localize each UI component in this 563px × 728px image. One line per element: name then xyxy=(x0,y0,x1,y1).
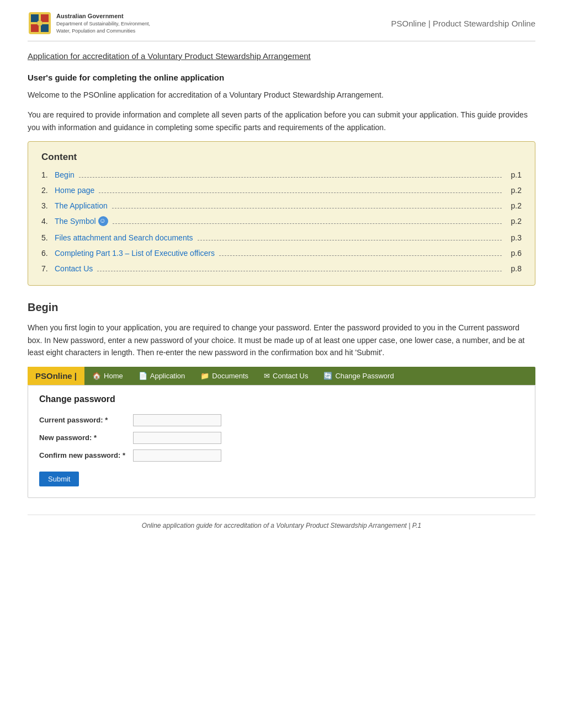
toc-page: p.2 xyxy=(506,201,522,210)
toc-link[interactable]: Begin xyxy=(55,170,75,179)
toc-item: 4.The Symbolp.2 xyxy=(41,217,522,227)
new-password-input[interactable] xyxy=(133,432,221,444)
nav-icon: 📄 xyxy=(139,372,147,380)
nav-item-label: Documents xyxy=(212,372,248,380)
submit-button[interactable]: Submit xyxy=(39,472,79,486)
toc-page: p.2 xyxy=(506,186,522,195)
toc-num: 5. xyxy=(41,233,55,242)
nav-item-documents[interactable]: 📁Documents xyxy=(193,367,256,384)
toc-page: p.1 xyxy=(506,170,522,179)
nav-item-home[interactable]: 🏠Home xyxy=(84,367,131,384)
form-row: New password: * xyxy=(39,432,524,444)
toc-num: 1. xyxy=(41,170,55,179)
toc-num: 4. xyxy=(41,217,55,226)
coat-of-arms-icon xyxy=(28,11,52,35)
nav-item-label: Application xyxy=(150,372,185,380)
toc-link[interactable]: Contact Us xyxy=(55,264,93,273)
toc-page: p.3 xyxy=(506,233,522,242)
begin-section-title: Begin xyxy=(28,301,535,314)
toc-dots xyxy=(113,223,502,224)
toc-page: p.6 xyxy=(506,249,522,258)
form-title: Change password xyxy=(39,394,524,404)
nav-item-contact-us[interactable]: ✉Contact Us xyxy=(256,367,316,384)
nav-item-change-password[interactable]: 🔄Change Password xyxy=(316,367,401,384)
form-row: Current password: * xyxy=(39,414,524,426)
toc-dots xyxy=(198,240,502,240)
header-brand: PSOnline | Product Stewardship Online xyxy=(391,19,535,28)
nav-icon: ✉ xyxy=(264,372,270,380)
intro-para-1: Welcome to the PSOnline application for … xyxy=(28,89,535,101)
nav-item-label: Home xyxy=(104,372,123,380)
content-box-title: Content xyxy=(41,152,522,163)
nav-item-label: Contact Us xyxy=(273,372,308,380)
toc-num: 7. xyxy=(41,264,55,273)
intro-para-2: You are required to provide information … xyxy=(28,109,535,133)
toc-link[interactable]: The Symbol xyxy=(55,217,108,227)
nav-icon: 🔄 xyxy=(323,372,332,380)
svg-point-5 xyxy=(37,20,43,26)
footer: Online application guide for accreditati… xyxy=(28,515,535,529)
svg-rect-3 xyxy=(31,24,39,32)
toc-dots xyxy=(99,192,502,193)
nav-icon: 📁 xyxy=(200,372,209,380)
current-password-input[interactable] xyxy=(133,414,221,426)
content-box: Content 1.Beginp.12.Home pagep.23.The Ap… xyxy=(28,141,535,286)
toc-link[interactable]: The Application xyxy=(55,201,108,210)
confirm-password-input[interactable] xyxy=(133,449,221,462)
form-fields: Current password: *New password: *Confir… xyxy=(39,414,524,462)
change-password-section: Change password Current password: *New p… xyxy=(28,385,535,498)
nav-item-application[interactable]: 📄Application xyxy=(131,367,193,384)
page-header: Australian Government Department of Sust… xyxy=(28,11,535,41)
toc-item: 3.The Applicationp.2 xyxy=(41,201,522,210)
toc-page: p.2 xyxy=(506,217,522,226)
svg-rect-1 xyxy=(31,14,39,22)
toc-item: 5.Files attachment and Search documentsp… xyxy=(41,233,522,242)
toc-link[interactable]: Completing Part 1.3 – List of Executive … xyxy=(55,249,215,258)
toc-item: 1.Beginp.1 xyxy=(41,170,522,179)
nav-icon: 🏠 xyxy=(92,372,101,380)
toc-link[interactable]: Files attachment and Search documents xyxy=(55,233,193,242)
toc-item: 7.Contact Usp.8 xyxy=(41,264,522,273)
toc-num: 2. xyxy=(41,186,55,195)
toc-page: p.8 xyxy=(506,264,522,273)
form-row: Confirm new password: * xyxy=(39,449,524,462)
toc-dots xyxy=(219,255,502,256)
nav-bar: PSOnline | 🏠Home📄Application📁Documents✉C… xyxy=(28,367,535,385)
toc-dots xyxy=(112,208,502,208)
begin-para: When you first login to your application… xyxy=(28,322,535,358)
nav-brand: PSOnline | xyxy=(28,367,84,385)
form-label: Current password: * xyxy=(39,416,128,424)
toc-num: 6. xyxy=(41,249,55,258)
form-label: New password: * xyxy=(39,433,128,442)
logo-area: Australian Government Department of Sust… xyxy=(28,11,150,35)
logo-text: Australian Government Department of Sust… xyxy=(56,12,150,35)
svg-rect-2 xyxy=(41,14,49,22)
symbol-icon xyxy=(98,216,108,226)
toc-item: 6.Completing Part 1.3 – List of Executiv… xyxy=(41,249,522,258)
toc-num: 3. xyxy=(41,201,55,210)
page-title: Application for accreditation of a Volun… xyxy=(28,51,535,61)
toc-link[interactable]: Home page xyxy=(55,186,94,195)
toc-item: 2.Home pagep.2 xyxy=(41,186,522,195)
toc-list: 1.Beginp.12.Home pagep.23.The Applicatio… xyxy=(41,170,522,273)
toc-dots xyxy=(79,177,502,178)
form-label: Confirm new password: * xyxy=(39,451,128,459)
toc-dots xyxy=(97,271,502,271)
nav-items: 🏠Home📄Application📁Documents✉Contact Us🔄C… xyxy=(84,367,402,384)
users-guide-heading: User's guide for completing the online a… xyxy=(28,73,535,82)
svg-rect-4 xyxy=(41,24,49,32)
nav-item-label: Change Password xyxy=(335,372,394,380)
